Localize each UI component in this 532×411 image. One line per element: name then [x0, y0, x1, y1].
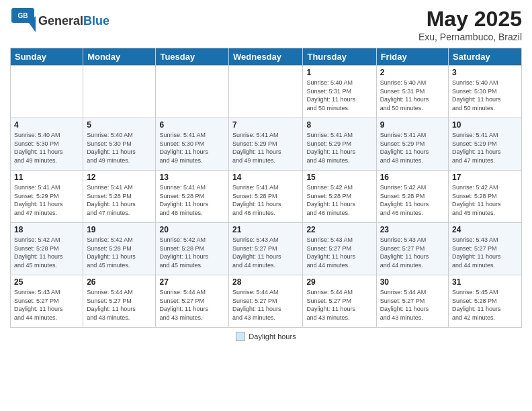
day-info: Sunrise: 5:43 AM Sunset: 5:27 PM Dayligh…: [452, 236, 518, 269]
calendar-cell: 25Sunrise: 5:43 AM Sunset: 5:27 PM Dayli…: [11, 275, 83, 328]
calendar-cell: [229, 66, 303, 118]
day-number: 9: [380, 120, 445, 130]
day-info: Sunrise: 5:40 AM Sunset: 5:31 PM Dayligh…: [306, 79, 372, 112]
day-info: Sunrise: 5:41 AM Sunset: 5:28 PM Dayligh…: [232, 183, 299, 217]
day-info: Sunrise: 5:42 AM Sunset: 5:28 PM Dayligh…: [14, 236, 79, 269]
day-number: 21: [232, 225, 299, 234]
calendar-cell: 28Sunrise: 5:44 AM Sunset: 5:27 PM Dayli…: [229, 275, 303, 328]
day-number: 5: [87, 120, 152, 130]
calendar-header-wednesday: Wednesday: [229, 48, 303, 66]
calendar-cell: [83, 66, 156, 118]
day-number: 23: [380, 225, 445, 234]
legend-label-daylight: Daylight hours: [249, 332, 296, 340]
day-number: 27: [159, 277, 225, 287]
day-info: Sunrise: 5:45 AM Sunset: 5:28 PM Dayligh…: [452, 288, 518, 322]
calendar-header-monday: Monday: [83, 48, 156, 66]
calendar-cell: 10Sunrise: 5:41 AM Sunset: 5:29 PM Dayli…: [449, 118, 522, 171]
header: GB GeneralBlue May 2025 Exu, Pernambuco,…: [10, 7, 522, 42]
day-number: 26: [87, 277, 152, 287]
calendar-cell: 24Sunrise: 5:43 AM Sunset: 5:27 PM Dayli…: [449, 223, 522, 275]
calendar-cell: 29Sunrise: 5:44 AM Sunset: 5:27 PM Dayli…: [303, 275, 376, 328]
day-number: 13: [159, 173, 225, 182]
calendar-table: SundayMondayTuesdayWednesdayThursdayFrid…: [10, 48, 522, 328]
day-number: 31: [452, 277, 518, 287]
calendar-cell: 22Sunrise: 5:43 AM Sunset: 5:27 PM Dayli…: [303, 223, 376, 275]
legend-box-daylight: [236, 332, 245, 341]
logo-general: General: [38, 14, 83, 28]
day-info: Sunrise: 5:40 AM Sunset: 5:30 PM Dayligh…: [87, 131, 152, 165]
day-info: Sunrise: 5:43 AM Sunset: 5:27 PM Dayligh…: [380, 236, 445, 269]
calendar-cell: 5Sunrise: 5:40 AM Sunset: 5:30 PM Daylig…: [83, 118, 156, 171]
calendar-cell: 30Sunrise: 5:44 AM Sunset: 5:27 PM Dayli…: [376, 275, 448, 328]
day-info: Sunrise: 5:41 AM Sunset: 5:29 PM Dayligh…: [306, 131, 372, 165]
day-number: 17: [452, 173, 518, 182]
day-info: Sunrise: 5:43 AM Sunset: 5:27 PM Dayligh…: [306, 236, 372, 269]
calendar-cell: [11, 66, 83, 118]
calendar-cell: 8Sunrise: 5:41 AM Sunset: 5:29 PM Daylig…: [303, 118, 376, 171]
calendar-header-row: SundayMondayTuesdayWednesdayThursdayFrid…: [11, 48, 522, 66]
day-info: Sunrise: 5:41 AM Sunset: 5:28 PM Dayligh…: [87, 183, 152, 217]
calendar-cell: 21Sunrise: 5:43 AM Sunset: 5:27 PM Dayli…: [229, 223, 303, 275]
day-number: 22: [306, 225, 372, 234]
svg-text:GB: GB: [18, 12, 28, 19]
calendar-cell: 4Sunrise: 5:40 AM Sunset: 5:30 PM Daylig…: [11, 118, 83, 171]
day-info: Sunrise: 5:44 AM Sunset: 5:27 PM Dayligh…: [306, 288, 372, 322]
day-number: 25: [14, 277, 79, 287]
logo: GB GeneralBlue: [10, 7, 109, 35]
day-info: Sunrise: 5:43 AM Sunset: 5:27 PM Dayligh…: [232, 236, 299, 269]
title-block: May 2025 Exu, Pernambuco, Brazil: [418, 7, 522, 42]
calendar-header-saturday: Saturday: [449, 48, 522, 66]
calendar-cell: 17Sunrise: 5:42 AM Sunset: 5:28 PM Dayli…: [449, 171, 522, 223]
calendar-cell: 23Sunrise: 5:43 AM Sunset: 5:27 PM Dayli…: [376, 223, 448, 275]
day-info: Sunrise: 5:42 AM Sunset: 5:28 PM Dayligh…: [159, 236, 225, 269]
calendar-cell: 16Sunrise: 5:42 AM Sunset: 5:28 PM Dayli…: [376, 171, 448, 223]
day-number: 1: [306, 68, 372, 77]
footer: Daylight hours: [10, 332, 522, 341]
day-info: Sunrise: 5:42 AM Sunset: 5:28 PM Dayligh…: [306, 183, 372, 217]
day-info: Sunrise: 5:40 AM Sunset: 5:30 PM Dayligh…: [14, 131, 79, 165]
logo-icon: GB: [10, 7, 36, 32]
day-info: Sunrise: 5:41 AM Sunset: 5:29 PM Dayligh…: [452, 131, 518, 165]
day-number: 18: [14, 225, 79, 234]
day-number: 24: [452, 225, 518, 234]
calendar-week-4: 18Sunrise: 5:42 AM Sunset: 5:28 PM Dayli…: [11, 223, 522, 275]
calendar-cell: 12Sunrise: 5:41 AM Sunset: 5:28 PM Dayli…: [83, 171, 156, 223]
day-number: 11: [14, 173, 79, 182]
calendar-header-thursday: Thursday: [303, 48, 376, 66]
logo-text: GeneralBlue: [38, 14, 109, 28]
day-info: Sunrise: 5:41 AM Sunset: 5:29 PM Dayligh…: [14, 183, 79, 217]
day-info: Sunrise: 5:42 AM Sunset: 5:28 PM Dayligh…: [87, 236, 152, 269]
day-info: Sunrise: 5:44 AM Sunset: 5:27 PM Dayligh…: [232, 288, 299, 322]
calendar-cell: 1Sunrise: 5:40 AM Sunset: 5:31 PM Daylig…: [303, 66, 376, 118]
day-info: Sunrise: 5:44 AM Sunset: 5:27 PM Dayligh…: [87, 288, 152, 322]
calendar-cell: 15Sunrise: 5:42 AM Sunset: 5:28 PM Dayli…: [303, 171, 376, 223]
calendar-cell: 2Sunrise: 5:40 AM Sunset: 5:31 PM Daylig…: [376, 66, 448, 118]
day-number: 8: [306, 120, 372, 130]
calendar-cell: 9Sunrise: 5:41 AM Sunset: 5:29 PM Daylig…: [376, 118, 448, 171]
calendar-cell: 26Sunrise: 5:44 AM Sunset: 5:27 PM Dayli…: [83, 275, 156, 328]
day-info: Sunrise: 5:40 AM Sunset: 5:30 PM Dayligh…: [452, 79, 518, 112]
day-info: Sunrise: 5:41 AM Sunset: 5:29 PM Dayligh…: [380, 131, 445, 165]
day-number: 29: [306, 277, 372, 287]
calendar-cell: 11Sunrise: 5:41 AM Sunset: 5:29 PM Dayli…: [11, 171, 83, 223]
calendar-cell: 3Sunrise: 5:40 AM Sunset: 5:30 PM Daylig…: [449, 66, 522, 118]
calendar-week-2: 4Sunrise: 5:40 AM Sunset: 5:30 PM Daylig…: [11, 118, 522, 171]
day-info: Sunrise: 5:44 AM Sunset: 5:27 PM Dayligh…: [380, 288, 445, 322]
calendar-week-3: 11Sunrise: 5:41 AM Sunset: 5:29 PM Dayli…: [11, 171, 522, 223]
day-info: Sunrise: 5:43 AM Sunset: 5:27 PM Dayligh…: [14, 288, 79, 322]
calendar-header-tuesday: Tuesday: [156, 48, 229, 66]
day-number: 6: [159, 120, 225, 130]
calendar-cell: 20Sunrise: 5:42 AM Sunset: 5:28 PM Dayli…: [156, 223, 229, 275]
calendar-cell: 13Sunrise: 5:41 AM Sunset: 5:28 PM Dayli…: [156, 171, 229, 223]
calendar-cell: 18Sunrise: 5:42 AM Sunset: 5:28 PM Dayli…: [11, 223, 83, 275]
day-number: 28: [232, 277, 299, 287]
calendar-header-sunday: Sunday: [11, 48, 83, 66]
day-number: 30: [380, 277, 445, 287]
day-number: 2: [380, 68, 445, 77]
day-info: Sunrise: 5:42 AM Sunset: 5:28 PM Dayligh…: [452, 183, 518, 217]
calendar-week-5: 25Sunrise: 5:43 AM Sunset: 5:27 PM Dayli…: [11, 275, 522, 328]
day-number: 15: [306, 173, 372, 182]
legend-item-daylight: Daylight hours: [236, 332, 296, 341]
day-number: 3: [452, 68, 518, 77]
day-number: 4: [14, 120, 79, 130]
